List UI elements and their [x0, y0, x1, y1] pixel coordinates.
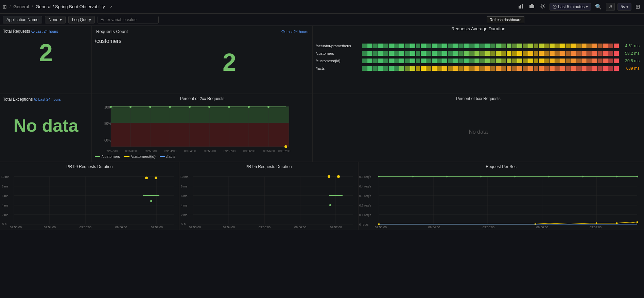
- none-label: None: [49, 17, 58, 22]
- heatmap-cell: [437, 51, 442, 56]
- legend-facts: /facts: [160, 154, 175, 159]
- pr99-chart: 10 ms 8 ms 6 ms 4 ms 2 ms 0 s: [0, 170, 179, 230]
- pr95-title: PR 95 Requests Duration: [179, 162, 358, 170]
- svg-text:4 ms: 4 ms: [2, 204, 8, 207]
- percent-5xx-title: Percent of 5xx Requests: [313, 94, 644, 102]
- heatmap-cell: [608, 51, 613, 56]
- heatmap-cell: [496, 51, 501, 56]
- heatmap-label-0: /actuator/prometheus: [314, 44, 362, 48]
- svg-point-93: [337, 175, 340, 178]
- requests-count-value: 2: [223, 48, 236, 76]
- legend-line-customers-id: [124, 156, 129, 157]
- pr99-title: PR 99 Requests Duration: [0, 162, 179, 170]
- svg-rect-1: [520, 5, 521, 9]
- heatmap-cell: [448, 66, 453, 71]
- heatmap-row-1: /customers58.2 ms: [314, 51, 641, 56]
- heatmap-cell: [496, 59, 501, 63]
- heatmap-cell: [399, 66, 404, 71]
- heatmap-cell: [555, 59, 560, 63]
- refresh-interval-picker[interactable]: 5s ▾: [617, 3, 631, 11]
- heatmap-cell: [405, 66, 410, 71]
- heatmap-cell: [534, 44, 539, 48]
- heatmap-val-2: 30.5 ms: [619, 59, 641, 63]
- log-query-button[interactable]: Log Query: [68, 16, 95, 23]
- heatmap-val-0: 4.51 ms: [619, 44, 641, 48]
- page-title: General / Spring Boot Observability: [36, 4, 105, 9]
- heatmap-label-3: /facts: [314, 66, 362, 70]
- svg-point-122: [514, 176, 516, 178]
- svg-text:09:57:00: 09:57:00: [590, 226, 602, 229]
- legend-line-customers: [95, 156, 100, 157]
- time-range-label: Last 5 minutes: [558, 4, 585, 9]
- heatmap-cell: [550, 66, 555, 71]
- share-icon[interactable]: ↗: [109, 4, 112, 9]
- rps-chart: 0.5 req/s 0.4 req/s 0.3 req/s 0.2 req/s …: [359, 170, 644, 230]
- variable-value-input[interactable]: [98, 16, 159, 23]
- heatmap-cell: [464, 66, 469, 71]
- heatmap-cell: [507, 51, 512, 56]
- heatmap-cell: [565, 44, 571, 48]
- heatmap-cell: [598, 59, 603, 63]
- nav-general: General: [13, 4, 29, 9]
- heatmap-cell: [550, 51, 555, 56]
- heatmap-cell: [480, 66, 485, 71]
- legend-label-facts: /facts: [167, 154, 175, 159]
- heatmap-cell: [614, 44, 619, 48]
- chart-type-button[interactable]: [517, 2, 525, 12]
- heatmap-cell: [464, 44, 469, 48]
- app-name-button[interactable]: Application Name: [3, 16, 42, 23]
- heatmap-cell: [410, 44, 415, 48]
- heatmap-cell: [421, 44, 426, 48]
- heatmap-cell: [448, 59, 453, 63]
- heatmap-cell: [576, 44, 581, 48]
- percent-2xx-legend: /customers /customers/{id} /facts: [92, 154, 312, 160]
- settings-button[interactable]: [539, 2, 547, 12]
- heatmap-cell: [490, 44, 495, 48]
- total-requests-header: Total Requests Last 24 hours: [0, 26, 91, 34]
- refresh-button[interactable]: ↺: [606, 3, 615, 11]
- svg-text:09:54:30: 09:54:30: [184, 149, 196, 153]
- svg-text:80%: 80%: [104, 122, 111, 126]
- svg-text:6 ms: 6 ms: [181, 194, 188, 198]
- heatmap-cell: [378, 51, 383, 56]
- legend-label-customers: /customers: [102, 154, 120, 159]
- heatmap-cell: [550, 59, 555, 63]
- legend-customers: /customers: [95, 154, 120, 159]
- svg-point-125: [616, 176, 618, 178]
- heatmap-cell: [464, 51, 469, 56]
- heatmap-cell: [490, 66, 495, 71]
- chevron-down-icon: ▾: [586, 4, 588, 9]
- none-dropdown[interactable]: None ▾: [45, 16, 66, 23]
- heatmap-cell: [405, 44, 410, 48]
- heatmap-cell: [592, 59, 597, 63]
- current-path-label: /customers: [95, 38, 144, 44]
- apps-button[interactable]: ⊞: [634, 2, 641, 11]
- svg-point-33: [189, 106, 191, 108]
- heatmap-cell: [565, 59, 571, 63]
- svg-point-34: [208, 106, 210, 108]
- heatmap-cell: [565, 66, 571, 71]
- heatmap-cell: [480, 59, 485, 63]
- heatmap-cell: [442, 44, 447, 48]
- heatmap-cell: [378, 66, 383, 71]
- heatmap-cell: [614, 66, 619, 71]
- camera-button[interactable]: [528, 2, 536, 12]
- heatmap-cell: [608, 44, 613, 48]
- time-range-picker[interactable]: Last 5 minutes ▾: [550, 3, 591, 11]
- heatmap-cell: [485, 44, 490, 48]
- svg-text:60%: 60%: [104, 138, 111, 142]
- heatmap-cell: [389, 59, 394, 63]
- heatmap-cell: [432, 51, 437, 56]
- heatmap-val-1: 58.2 ms: [619, 51, 641, 56]
- svg-point-69: [150, 200, 152, 202]
- heatmap-cell: [367, 66, 372, 71]
- heatmap-cell: [587, 59, 592, 63]
- svg-marker-15: [111, 123, 289, 147]
- heatmap-label-1: /customers: [314, 51, 362, 55]
- heatmap-cell: [598, 44, 603, 48]
- svg-text:10 ms: 10 ms: [1, 175, 10, 179]
- heatmap-cell: [453, 66, 458, 71]
- heatmap-cell: [544, 59, 549, 63]
- zoom-out-button[interactable]: 🔍: [594, 2, 603, 11]
- svg-point-129: [596, 222, 597, 224]
